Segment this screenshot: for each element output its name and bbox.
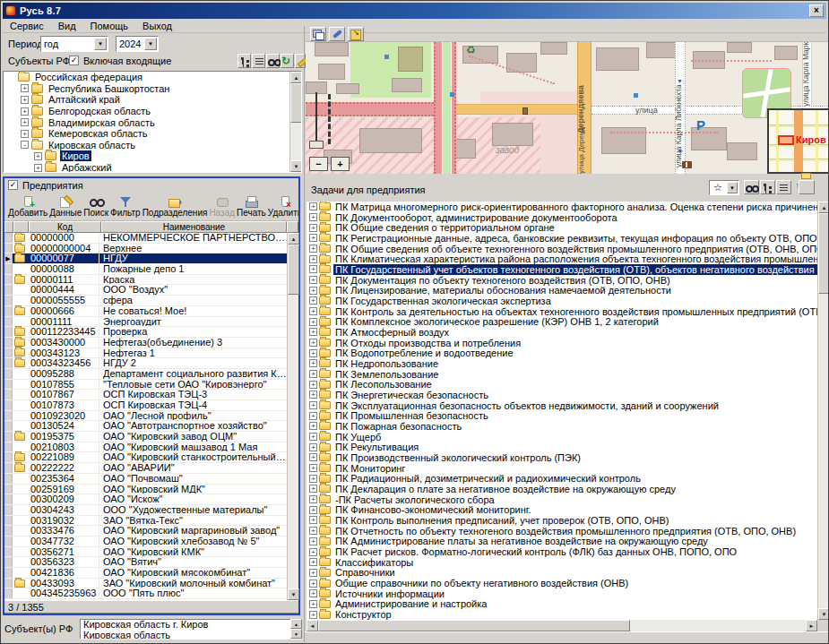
task-item[interactable]: +ПК Комплексное экологическое разрешение… [309, 316, 817, 327]
code-column-header[interactable]: Код [29, 221, 101, 233]
task-item[interactable]: +ПК Отчетность по объекту техногеного во… [309, 526, 817, 537]
enterprise-row[interactable]: 00107855"Тепловые сети ОАО "Кировэнерго" [4, 380, 287, 391]
close-button[interactable]: × [809, 4, 824, 17]
task-item[interactable]: +ПК Атмосферный воздух [309, 327, 817, 338]
spin-down-icon[interactable]: ▼ [290, 629, 302, 639]
tree-expander-icon[interactable]: + [21, 84, 29, 92]
tree-expander-icon[interactable]: + [309, 213, 317, 221]
enterprise-row[interactable]: 00000444ООО "Воздух" [4, 285, 287, 296]
tree-expander-icon[interactable]: + [309, 600, 317, 608]
enterprise-row[interactable]: 00210803ОАО "Кировский машзавод 1 Мая [4, 442, 287, 453]
region-tree-item[interactable]: +Кемеровская область [4, 128, 289, 140]
enterprise-row[interactable]: 00259169ОАО "Кировский МДК" [4, 485, 287, 495]
task-item[interactable]: +ПК Землепользование [309, 369, 817, 380]
task-item[interactable]: +-ПК Расчеты экологического сбора [309, 494, 817, 505]
tree-expander-icon[interactable]: + [309, 391, 317, 399]
task-item[interactable]: +ПК Эксплуатационная безопасность объект… [309, 400, 817, 411]
enterprise-row[interactable]: 00034323456НГДУ 2 [4, 358, 287, 369]
period-interval-select[interactable]: год ▼ [40, 36, 108, 52]
toolbar-button-print[interactable]: Печать [236, 192, 267, 220]
name-column-header[interactable]: Наименование [101, 221, 287, 233]
tree-expander-icon[interactable]: + [309, 412, 317, 420]
region-tree-item[interactable]: +Белгородская область [4, 106, 289, 117]
enterprise-row[interactable]: 0000055555сфера [4, 296, 287, 306]
enterprises-checkbox[interactable]: ✓ [8, 180, 18, 190]
tasks-search-button[interactable] [744, 180, 759, 194]
region-tree-item[interactable]: +Арбажский [4, 162, 289, 172]
zoom-out-button[interactable]: − [309, 157, 328, 171]
task-item[interactable]: +ПК Регистрационные данные, адреса, банк… [309, 233, 817, 244]
enterprise-row[interactable]: 00300209ОАО "Искож" [4, 494, 287, 505]
region-tree-item[interactable]: -Кировская область [4, 140, 289, 151]
enterprise-row[interactable]: 00221089ОАО "Кировский станкостроительны… [4, 452, 287, 463]
tasks-vscrollbar[interactable]: ▲ ▼ [817, 202, 829, 620]
favorites-select[interactable]: ☆ ▼ [709, 180, 739, 195]
toolbar-button-delete[interactable]: Удалить [267, 192, 298, 220]
enterprise-row[interactable]: 00356323ОАО "Вятич" [4, 557, 287, 568]
tree-expander-icon[interactable]: + [309, 401, 317, 409]
tree-expander-icon[interactable]: + [309, 527, 317, 535]
tree-expander-icon[interactable]: + [309, 506, 317, 514]
tree-expander-icon[interactable]: + [309, 287, 317, 295]
scroll-thumb[interactable] [818, 213, 829, 294]
tree-expander-icon[interactable]: + [34, 152, 42, 160]
task-item[interactable]: +ПК Производственный экологический контр… [309, 452, 817, 463]
tree-expander-icon[interactable]: + [309, 485, 317, 493]
region-tree-item[interactable]: +Владимирская область [4, 116, 289, 128]
tree-expander-icon[interactable]: + [309, 453, 317, 461]
zoom-slider-track[interactable] [315, 92, 317, 144]
task-item[interactable]: +ПК Лесопользование [309, 379, 817, 390]
enterprise-row[interactable]: 00107873ОСП Кировская ТЭЦ-4 [4, 400, 287, 411]
tree-expander-icon[interactable]: + [21, 118, 29, 126]
tasks-collapse-button[interactable] [760, 180, 775, 194]
scroll-up-icon[interactable]: ▲ [290, 72, 302, 83]
scroll-up-icon[interactable]: ▲ [818, 202, 829, 213]
tree-expander-icon[interactable]: + [309, 569, 317, 577]
tasks-expand-button[interactable] [776, 180, 791, 194]
tree-expander-icon[interactable]: + [309, 318, 317, 326]
task-item[interactable]: +Администрирование и настройка [309, 599, 817, 610]
enterprise-row[interactable]: 000112233445Проверка [4, 327, 287, 338]
toolbar-button-search[interactable]: Поиск [82, 192, 109, 220]
task-item[interactable]: +ПК Документация по объекту техногеного … [309, 275, 817, 286]
tree-levels-button[interactable] [252, 54, 265, 68]
tree-expander-icon[interactable]: + [21, 107, 29, 116]
scroll-thumb[interactable] [290, 83, 302, 123]
tree-expander-icon[interactable]: + [309, 516, 317, 524]
tree-expander-icon[interactable]: + [309, 475, 317, 483]
tree-expander-icon[interactable]: + [309, 296, 317, 305]
tree-expander-icon[interactable]: + [309, 328, 317, 336]
tree-expander-icon[interactable]: + [309, 422, 317, 430]
scroll-down-icon[interactable]: ▼ [818, 608, 829, 620]
menu-item-1[interactable]: Вид [51, 20, 83, 32]
task-item[interactable]: +ПК Энергетическая безопасность [309, 390, 817, 400]
tree-expander-icon[interactable]: + [309, 265, 317, 273]
enterprise-row[interactable]: 00000088Пожарные депо 1 [4, 264, 287, 275]
map-select-button[interactable] [348, 27, 364, 41]
enterprise-row[interactable]: 00000000004Верхнее [4, 244, 287, 254]
task-item[interactable]: +ПК Отходы производства и потребления [309, 338, 817, 348]
tree-expander-icon[interactable]: + [309, 349, 317, 357]
scroll-left-icon[interactable]: ◄ [307, 620, 318, 631]
enterprise-row[interactable]: 00235364ОАО "Почвомаш" [4, 474, 287, 485]
tree-expander-icon[interactable]: + [309, 433, 317, 441]
period-year-select[interactable]: 2024 ▼ [116, 36, 159, 52]
tree-expander-icon[interactable]: + [309, 339, 317, 347]
regions-scrollbar[interactable]: ▲ ▼ [289, 72, 301, 172]
task-item[interactable]: +ПК Контроль выполнения предписаний, уче… [309, 515, 817, 526]
task-item[interactable]: +ПК Мониторинг [309, 463, 817, 474]
task-item[interactable]: +ПК Контроль за деятельностью на объекта… [309, 306, 817, 317]
task-item[interactable]: +ПК Государственная экологическая экспер… [309, 296, 817, 306]
tree-expander-icon[interactable]: + [309, 495, 317, 503]
tree-expander-icon[interactable]: + [309, 443, 317, 451]
map-layers-button[interactable] [310, 27, 326, 41]
zoom-in-button[interactable]: + [331, 157, 350, 171]
tree-expander-icon[interactable]: + [309, 548, 317, 556]
task-item[interactable]: +ПК Климатическая характеристика района … [309, 253, 817, 264]
map-view[interactable]: Дерендяева улица Дерендяева улица Карла … [306, 42, 829, 174]
task-item[interactable]: +Общие справочники по объекту негативног… [309, 578, 817, 588]
task-item[interactable]: +ПК Декларация о плате за негативное воз… [309, 484, 817, 494]
tree-expander-icon[interactable]: + [309, 537, 317, 545]
refresh-button[interactable]: ↻ [281, 54, 294, 68]
map-draw-button[interactable] [329, 27, 345, 41]
